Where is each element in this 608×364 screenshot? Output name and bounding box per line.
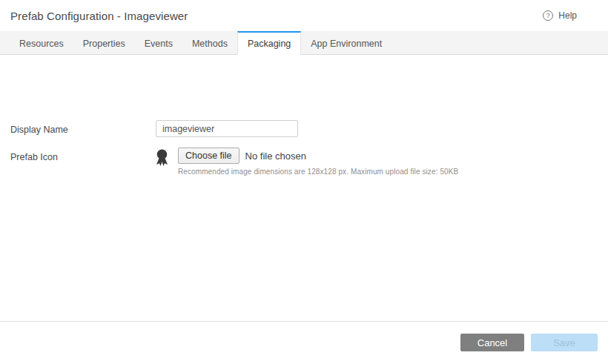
tab-packaging[interactable]: Packaging [237,31,301,55]
packaging-panel: Display Name Prefab Icon Choose file No … [0,55,608,321]
dialog-footer: Cancel Save [0,321,608,364]
help-question-icon: ? [543,10,553,21]
help-label: Help [558,10,577,21]
cancel-button[interactable]: Cancel [460,334,524,351]
display-name-input[interactable] [156,120,298,137]
page-title: Prefab Configuration - Imageviewer [10,10,188,22]
award-ribbon-icon [155,148,169,167]
display-name-label: Display Name [10,125,68,135]
tab-events[interactable]: Events [135,31,182,54]
upload-hint-text: Recommended image dimensions are 128x128… [178,168,458,176]
dialog-header: Prefab Configuration - Imageviewer ? Hel… [0,0,608,31]
tab-properties[interactable]: Properties [73,31,135,54]
choose-file-button[interactable]: Choose file [178,148,239,164]
prefab-icon-file-input: Choose file No file chosen [178,148,306,164]
save-button[interactable]: Save [531,334,598,351]
prefab-icon-label: Prefab Icon [10,152,58,162]
help-button[interactable]: ? Help [543,10,577,21]
no-file-chosen-text: No file chosen [245,150,306,162]
config-tabbar: Resources Properties Events Methods Pack… [0,31,608,55]
tab-app-environment[interactable]: App Environment [301,31,391,54]
tab-methods[interactable]: Methods [182,31,237,54]
tab-resources[interactable]: Resources [10,31,73,54]
